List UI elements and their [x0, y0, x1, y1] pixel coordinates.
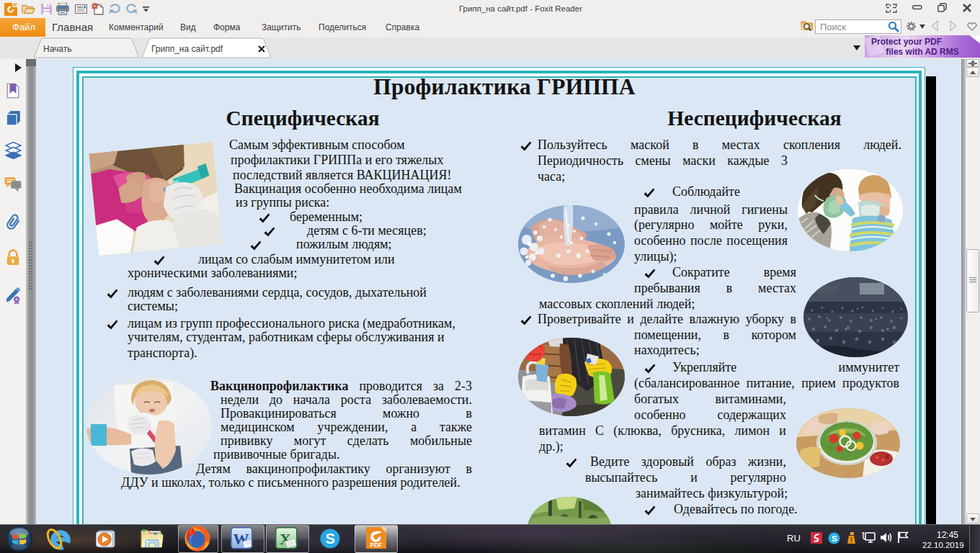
svg-text:PDF: PDF	[370, 541, 383, 549]
svg-text:S: S	[832, 534, 837, 543]
svg-text:S: S	[326, 531, 335, 547]
